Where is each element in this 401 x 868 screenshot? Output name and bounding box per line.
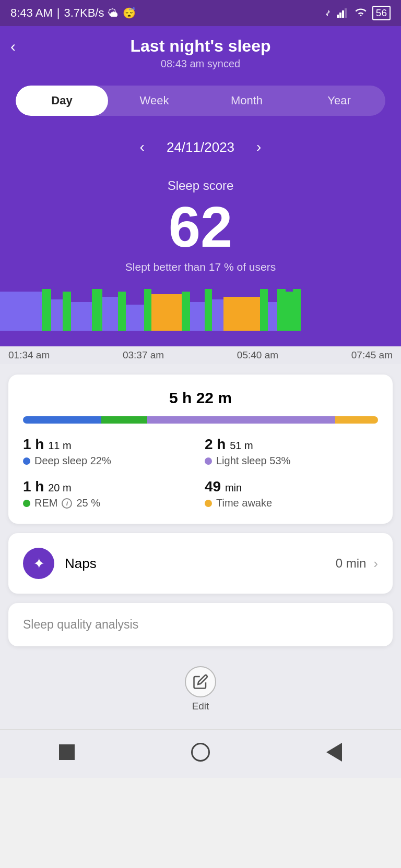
chart-bar — [92, 289, 102, 331]
light-sleep-value: 2 h 51 m — [205, 436, 378, 453]
sleep-duration-card: 5 h 22 m 1 h 11 m Deep sleep 22% — [8, 375, 393, 524]
status-network-speed: 3.7KB/s — [64, 6, 104, 20]
prev-date-button[interactable]: ‹ — [134, 137, 151, 158]
wifi-icon — [353, 8, 368, 18]
triangle-icon — [326, 743, 342, 762]
tab-day[interactable]: Day — [16, 86, 108, 116]
svg-rect-3 — [345, 8, 347, 18]
chart-bar — [260, 289, 268, 331]
awake-dot — [205, 500, 212, 507]
chart-bar — [286, 292, 293, 331]
edit-label: Edit — [192, 701, 209, 712]
chart-bar — [223, 297, 260, 331]
page-title: Last night's sleep — [0, 37, 401, 56]
naps-icon: ✦ — [23, 548, 54, 579]
sleep-quality-card[interactable]: Sleep quality analysis — [8, 603, 393, 646]
sleep-time-labels: 01:34 am 03:37 am 05:40 am 07:45 am — [0, 346, 401, 364]
chart-bar — [205, 289, 212, 331]
rem-sleep-bar — [101, 416, 147, 424]
nav-recents-button[interactable] — [321, 739, 347, 765]
chart-bar — [182, 292, 190, 331]
naps-value: 0 min — [336, 556, 367, 571]
cloud-icon: 🌥 — [108, 7, 119, 19]
bluetooth-icon — [323, 7, 333, 19]
awake-value: 49 min — [205, 478, 378, 495]
chart-bar — [277, 289, 286, 331]
next-date-button[interactable]: › — [250, 137, 267, 158]
time-label-3: 05:40 am — [237, 349, 278, 361]
sleep-stats-grid: 1 h 11 m Deep sleep 22% 2 h 51 m Light s… — [23, 436, 378, 509]
sleep-composition-bar — [23, 416, 378, 424]
period-tabs: Day Week Month Year — [16, 86, 385, 116]
svg-rect-1 — [339, 13, 341, 18]
total-sleep-time: 5 h 22 m — [23, 389, 378, 407]
sleep-chart — [0, 289, 401, 346]
main-content: 5 h 22 m 1 h 11 m Deep sleep 22% — [0, 364, 401, 729]
tab-week[interactable]: Week — [108, 86, 200, 116]
edit-icon-circle — [185, 666, 216, 697]
edit-button[interactable]: Edit — [185, 666, 216, 712]
rem-sleep-stat: 1 h 20 m REM i 25 % — [23, 478, 196, 509]
naps-card[interactable]: ✦ Naps 0 min › — [8, 533, 393, 594]
rem-info-icon[interactable]: i — [62, 498, 72, 509]
square-icon — [59, 744, 75, 760]
period-selector: Day Week Month Year — [0, 75, 401, 126]
edit-icon — [193, 674, 208, 690]
current-date: 24/11/2023 — [167, 139, 234, 155]
chart-bar — [144, 289, 151, 331]
chart-bar — [212, 299, 223, 331]
sleep-score-section: Sleep score 62 Slept better than 17 % of… — [0, 168, 401, 289]
svg-rect-0 — [337, 15, 339, 18]
chart-bar — [268, 302, 277, 331]
chart-bar — [0, 292, 42, 331]
status-left: 8:43 AM | 3.7KB/s 🌥 😴 — [10, 6, 136, 20]
chart-bar — [293, 289, 301, 331]
sync-status: 08:43 am synced — [0, 58, 401, 70]
header: ‹ Last night's sleep 08:43 am synced — [0, 26, 401, 75]
moon-icon: 😴 — [123, 7, 136, 19]
circle-icon — [191, 743, 210, 762]
nav-home-button[interactable] — [187, 739, 214, 765]
time-label-2: 03:37 am — [123, 349, 164, 361]
chart-bar — [118, 292, 126, 331]
sleep-score-value: 62 — [0, 198, 401, 256]
sleep-score-description: Slept better than 17 % of users — [0, 261, 401, 273]
chart-bar — [102, 297, 118, 331]
nav-back-button[interactable] — [54, 739, 80, 765]
time-label-4: 07:45 am — [351, 349, 393, 361]
naps-left: ✦ Naps — [23, 548, 97, 579]
chart-bar — [63, 292, 71, 331]
status-bar: 8:43 AM | 3.7KB/s 🌥 😴 56 — [0, 0, 401, 26]
light-sleep-stat: 2 h 51 m Light sleep 53% — [205, 436, 378, 467]
sleep-quality-label: Sleep quality analysis — [23, 618, 138, 631]
time-label-1: 01:34 am — [8, 349, 50, 361]
tab-month[interactable]: Month — [200, 86, 293, 116]
chart-bar — [42, 289, 51, 331]
naps-label: Naps — [65, 556, 97, 572]
edit-section: Edit — [8, 656, 393, 717]
chart-bar — [126, 305, 144, 331]
deep-dot — [23, 457, 30, 465]
light-dot — [205, 457, 212, 465]
sleep-bars — [0, 289, 401, 331]
tab-year[interactable]: Year — [293, 86, 385, 116]
deep-sleep-bar — [23, 416, 101, 424]
chart-bar — [151, 294, 182, 331]
signal-icon — [337, 8, 349, 18]
deep-sleep-stat: 1 h 11 m Deep sleep 22% — [23, 436, 196, 467]
battery-icon: 56 — [372, 6, 391, 20]
deep-sleep-label: Deep sleep 22% — [23, 455, 196, 467]
light-sleep-bar — [147, 416, 335, 424]
svg-rect-2 — [342, 10, 344, 18]
chart-bar — [51, 299, 63, 331]
status-time: 8:43 AM — [10, 6, 53, 20]
awake-label: Time awake — [205, 497, 378, 509]
status-speed: | — [57, 6, 60, 20]
sparkle-icon: ✦ — [33, 555, 45, 572]
chart-bar — [190, 302, 205, 331]
date-navigation: ‹ 24/11/2023 › — [0, 126, 401, 168]
bottom-navigation — [0, 729, 401, 778]
rem-sleep-label: REM i 25 % — [23, 497, 196, 509]
status-right: 56 — [323, 6, 391, 20]
back-button[interactable]: ‹ — [10, 38, 16, 55]
